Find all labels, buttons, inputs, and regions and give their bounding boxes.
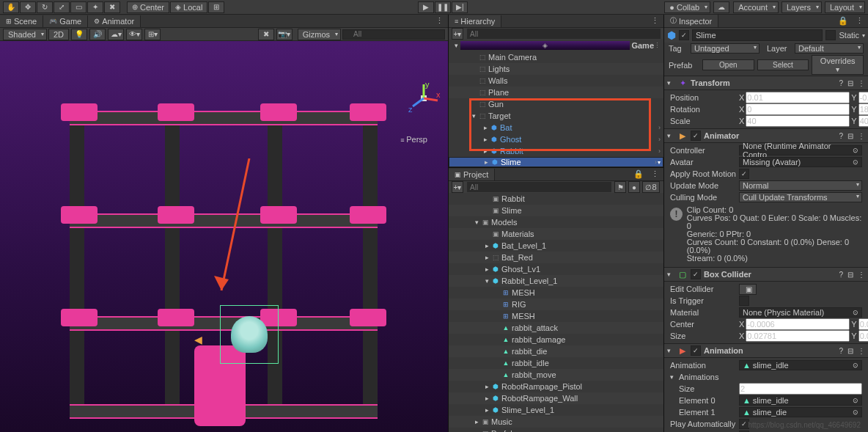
project-item[interactable]: ▸⬢Slime_Level_1 — [449, 404, 663, 416]
layout-dropdown[interactable]: Layout — [825, 1, 865, 13]
size-y[interactable] — [858, 330, 868, 342]
tab-animator[interactable]: ⚙Animator — [88, 15, 141, 27]
lock-icon[interactable]: 🔒 — [835, 16, 851, 26]
menu-icon[interactable]: ⋮ — [858, 271, 865, 279]
element0-field[interactable]: ▲ slime_idle⊙ — [739, 395, 862, 406]
rot-x[interactable] — [746, 103, 850, 115]
tab-project[interactable]: ▣Project — [449, 169, 495, 180]
audio-toggle[interactable]: 🔊 — [89, 29, 106, 40]
animator-component[interactable]: ▾▶ ✓ Animator ?⊟⋮ — [664, 128, 868, 143]
is-trigger-checkbox[interactable] — [739, 296, 749, 306]
tab-menu[interactable]: ⋮ — [647, 169, 663, 179]
project-item[interactable]: ▲rabbit_damage — [449, 334, 663, 345]
hierarchy-item[interactable]: ⬚Plane — [449, 87, 663, 98]
scl-x[interactable] — [746, 115, 850, 127]
preset-icon[interactable]: ⊟ — [847, 132, 853, 140]
project-item[interactable]: ▸⬚Bat_Red — [449, 252, 663, 263]
move-tool[interactable]: ✥ — [20, 1, 36, 13]
center-x[interactable] — [746, 318, 850, 330]
menu-icon[interactable]: ⋮ — [858, 132, 865, 140]
tab-inspector[interactable]: ⓘInspector — [664, 15, 718, 27]
project-item[interactable]: ▣Slime — [449, 205, 663, 216]
tab-scene[interactable]: ⊞Scene — [0, 15, 43, 27]
hierarchy-prefab-item[interactable]: ▸⬢Slime› — [449, 157, 663, 167]
animation-enable[interactable]: ✓ — [691, 345, 701, 356]
pivot-toggle[interactable]: ⊕Center — [127, 1, 169, 13]
animations-size[interactable] — [739, 383, 862, 395]
space-toggle[interactable]: ◈Local — [170, 1, 207, 13]
create-button[interactable]: +▾ — [452, 181, 463, 193]
static-checkbox[interactable] — [825, 30, 836, 40]
hand-tool[interactable]: ✋ — [3, 1, 19, 13]
scale-tool[interactable]: ⤢ — [54, 1, 70, 13]
rect-tool[interactable]: ▭ — [70, 1, 87, 13]
box-collider-component[interactable]: ▾▢ ✓ Box Collider ?⊟⋮ — [664, 267, 868, 282]
controller-field[interactable]: None (Runtime Animator Contro⊙ — [739, 145, 862, 155]
hierarchy-item[interactable]: ⬚Walls — [449, 75, 663, 87]
gizmos-dropdown[interactable]: Gizmos — [298, 29, 341, 40]
visibility-toggle[interactable]: 👁▾ — [126, 29, 142, 40]
tab-menu[interactable]: ⋮ — [647, 16, 663, 26]
preset-icon[interactable]: ⊟ — [847, 79, 853, 87]
project-item[interactable]: ▲rabbit_move — [449, 369, 663, 381]
apply-root-checkbox[interactable]: ✓ — [739, 169, 749, 179]
account-dropdown[interactable]: Account — [733, 1, 779, 13]
step-button[interactable]: ▶| — [452, 1, 468, 13]
lighting-toggle[interactable]: 💡 — [71, 29, 87, 40]
project-item[interactable]: ▸⬢RobotRampage_Wall — [449, 392, 663, 404]
help-icon[interactable]: ? — [839, 347, 843, 355]
collider-enable[interactable]: ✓ — [691, 269, 701, 279]
project-item[interactable]: ▸⬢Ghost_Lv1 — [449, 263, 663, 275]
open-button[interactable]: Open — [702, 59, 754, 70]
collab-dropdown[interactable]: ● Collab — [664, 1, 710, 13]
orientation-gizmo[interactable]: y x z — [407, 81, 441, 115]
project-search[interactable] — [467, 182, 611, 192]
snap-toggle[interactable]: ⊞ — [208, 1, 224, 13]
edit-collider-button[interactable]: ▣ — [739, 284, 757, 295]
update-mode-dropdown[interactable]: Normal — [739, 180, 862, 191]
menu-icon[interactable]: ⋮ — [858, 347, 865, 355]
rot-y[interactable] — [858, 103, 868, 115]
fav-filter[interactable]: ⚑ — [614, 181, 626, 193]
hierarchy-item[interactable]: ⬚Lights — [449, 63, 663, 75]
preset-icon[interactable]: ⊟ — [847, 347, 853, 355]
pause-button[interactable]: ❚❚ — [435, 1, 451, 13]
play-button[interactable]: ▶ — [418, 1, 434, 13]
animator-enable[interactable]: ✓ — [691, 131, 701, 141]
avatar-field[interactable]: Missing (Avatar)⊙ — [739, 157, 862, 167]
cloud-button[interactable]: ☁ — [713, 1, 729, 13]
project-item[interactable]: ▲rabbit_die — [449, 345, 663, 357]
scene-viewport[interactable]: ◀ y x z ≡ Persp — [0, 41, 448, 432]
project-item[interactable]: ▾▣Models — [449, 216, 663, 228]
project-item[interactable]: ▣Materials — [449, 228, 663, 240]
project-item[interactable]: ▸⬢Bat_Level_1 — [449, 240, 663, 252]
scene-search[interactable] — [342, 29, 445, 40]
project-item[interactable]: ▾⬢Rabbit_Level_1 — [449, 275, 663, 287]
tab-menu[interactable]: ⋮ — [431, 16, 448, 26]
active-checkbox[interactable]: ✓ — [679, 30, 689, 40]
scl-y[interactable] — [858, 115, 868, 127]
pos-y[interactable] — [858, 92, 868, 103]
project-item[interactable]: ▲rabbit_attack — [449, 322, 663, 334]
create-button[interactable]: +▾ — [452, 28, 463, 40]
project-item[interactable]: ▣Rabbit — [449, 193, 663, 205]
center-y[interactable] — [858, 318, 868, 330]
tag-dropdown[interactable]: Untagged — [691, 43, 760, 54]
project-item[interactable]: ▲rabbit_idle — [449, 357, 663, 369]
grid-toggle[interactable]: ⊞▾ — [144, 29, 161, 40]
overrides-button[interactable]: Overrides ▾ — [812, 55, 864, 75]
tab-menu[interactable]: ⋮ — [851, 16, 868, 26]
transform-component[interactable]: ▾✦ Transform ?⊟⋮ — [664, 76, 868, 90]
hidden-filter[interactable]: ∅8 — [642, 181, 660, 193]
hierarchy-tree[interactable]: ▾◈Game⋮ ⬚Main Camera⬚Lights⬚Walls⬚Plane⬚… — [449, 40, 663, 167]
scene-row[interactable]: ▾◈Game⋮ — [449, 40, 663, 51]
object-name-field[interactable] — [692, 29, 823, 41]
project-item[interactable]: ⊞MESH — [449, 310, 663, 322]
material-field[interactable]: None (Physic Material)⊙ — [739, 307, 862, 318]
hierarchy-item[interactable]: ⬚Main Camera — [449, 51, 663, 63]
help-icon[interactable]: ? — [839, 132, 843, 140]
shading-mode[interactable]: Shaded — [3, 29, 47, 40]
help-icon[interactable]: ? — [839, 79, 843, 87]
culling-mode-dropdown[interactable]: Cull Update Transforms — [739, 192, 862, 202]
menu-icon[interactable]: ⋮ — [858, 79, 865, 87]
